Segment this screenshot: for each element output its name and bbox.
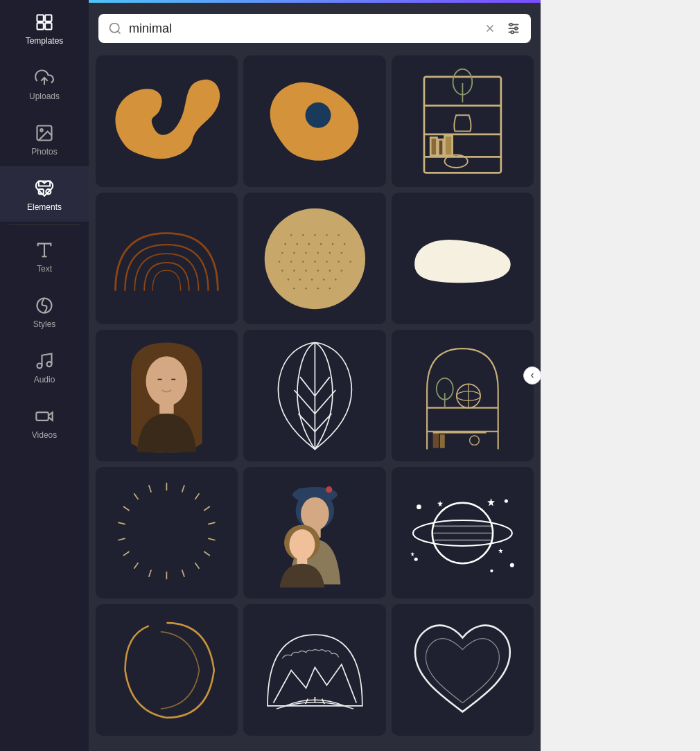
videos-label: Videos <box>32 430 57 440</box>
sidebar: Templates Uploads Photos Elements <box>0 0 89 751</box>
svg-rect-0 <box>37 15 44 21</box>
styles-icon <box>35 296 54 315</box>
svg-line-107 <box>182 569 184 576</box>
sidebar-item-uploads[interactable]: Uploads <box>0 55 89 111</box>
svg-point-6 <box>40 129 43 132</box>
svg-point-124 <box>289 529 315 559</box>
grid-item-14[interactable] <box>243 604 385 736</box>
svg-point-120 <box>326 486 332 493</box>
sidebar-item-videos[interactable]: Videos <box>0 394 89 450</box>
svg-point-76 <box>329 287 331 289</box>
svg-line-85 <box>315 414 331 432</box>
svg-line-115 <box>134 493 139 500</box>
sidebar-item-templates[interactable]: Templates <box>0 0 89 55</box>
svg-point-44 <box>296 242 298 245</box>
svg-point-138 <box>414 557 418 560</box>
svg-point-41 <box>326 234 328 236</box>
svg-line-84 <box>298 414 315 432</box>
grid-item-9[interactable] <box>392 330 534 461</box>
elements-label: Elements <box>27 202 62 212</box>
grid-item-8[interactable] <box>243 330 385 461</box>
svg-line-106 <box>195 563 200 569</box>
svg-marker-134 <box>410 551 414 556</box>
svg-point-23 <box>510 24 513 26</box>
svg-marker-131 <box>487 498 495 506</box>
svg-line-87 <box>315 377 329 396</box>
filter-icon[interactable] <box>506 21 521 36</box>
svg-point-50 <box>293 251 295 254</box>
search-input[interactable] <box>129 21 477 36</box>
svg-point-63 <box>293 270 295 272</box>
svg-point-42 <box>338 234 340 236</box>
svg-point-45 <box>308 242 310 245</box>
elements-grid <box>89 51 541 751</box>
search-bar <box>98 14 531 43</box>
svg-line-114 <box>123 506 130 511</box>
svg-point-67 <box>340 270 342 272</box>
styles-label: Styles <box>33 319 56 329</box>
svg-line-105 <box>204 551 211 556</box>
svg-point-57 <box>302 260 304 263</box>
templates-icon <box>35 12 54 32</box>
svg-point-13 <box>37 364 42 369</box>
svg-rect-34 <box>438 139 443 155</box>
svg-point-37 <box>264 208 365 308</box>
svg-point-25 <box>511 31 514 34</box>
svg-point-49 <box>281 251 283 254</box>
sidebar-item-photos[interactable]: Photos <box>0 111 89 166</box>
svg-point-54 <box>340 251 342 254</box>
svg-point-70 <box>310 279 313 281</box>
svg-point-75 <box>317 287 319 289</box>
svg-point-74 <box>305 287 307 289</box>
svg-line-116 <box>149 485 151 492</box>
grid-item-15[interactable] <box>392 604 534 736</box>
svg-point-39 <box>302 234 304 236</box>
svg-line-102 <box>204 506 211 511</box>
grid-item-12[interactable] <box>392 467 534 599</box>
sidebar-item-text[interactable]: Text <box>0 228 89 283</box>
svg-point-98 <box>470 435 480 445</box>
svg-line-112 <box>119 538 125 540</box>
svg-point-48 <box>343 242 345 245</box>
svg-point-56 <box>290 260 292 263</box>
svg-line-101 <box>195 493 200 500</box>
svg-line-17 <box>118 31 121 34</box>
svg-point-65 <box>317 270 319 272</box>
svg-point-66 <box>329 270 331 272</box>
sidebar-item-elements[interactable]: Elements <box>0 166 89 222</box>
svg-point-51 <box>305 251 307 254</box>
svg-point-43 <box>284 242 286 245</box>
sidebar-item-audio[interactable]: Audio <box>0 339 89 394</box>
svg-point-26 <box>305 102 331 127</box>
uploads-label: Uploads <box>29 91 60 101</box>
grid-item-13[interactable] <box>96 604 238 736</box>
svg-point-59 <box>326 260 328 263</box>
grid-item-7[interactable] <box>96 330 238 461</box>
collapse-panel-button[interactable] <box>523 366 541 385</box>
svg-rect-1 <box>45 15 51 21</box>
svg-line-142 <box>322 698 324 704</box>
grid-item-11[interactable] <box>243 467 385 599</box>
svg-point-14 <box>47 362 52 366</box>
grid-item-3[interactable] <box>392 55 534 187</box>
sidebar-item-styles[interactable]: Styles <box>0 283 89 339</box>
svg-rect-3 <box>45 23 51 29</box>
svg-line-103 <box>209 522 216 524</box>
grid-item-10[interactable] <box>96 467 238 599</box>
svg-point-24 <box>515 27 518 30</box>
grid-item-6[interactable] <box>392 193 534 324</box>
search-icon <box>108 21 122 35</box>
svg-point-69 <box>299 279 301 281</box>
audio-label: Audio <box>34 375 55 385</box>
grid-item-1[interactable] <box>96 55 238 187</box>
right-panel <box>541 0 700 751</box>
svg-point-55 <box>278 260 280 263</box>
grid-item-4[interactable] <box>96 193 238 324</box>
grid-item-5[interactable] <box>243 193 385 324</box>
clear-icon[interactable] <box>484 22 496 35</box>
svg-rect-2 <box>37 23 44 29</box>
svg-point-77 <box>146 356 188 406</box>
svg-line-110 <box>134 563 139 569</box>
svg-point-47 <box>331 242 333 245</box>
grid-item-2[interactable] <box>243 55 385 187</box>
